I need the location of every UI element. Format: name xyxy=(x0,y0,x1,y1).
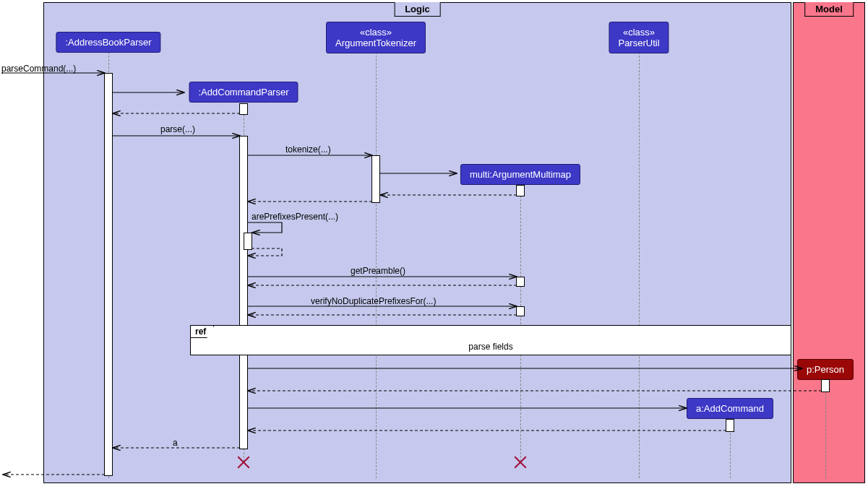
ref-tag: ref xyxy=(191,326,214,338)
participant-argumenttokenizer-stereo: «class» xyxy=(360,27,392,38)
lifeline-parserutil xyxy=(639,52,640,478)
package-model: Model xyxy=(793,2,865,483)
package-logic-label: Logic xyxy=(394,2,441,17)
destroy-argumentmultimap xyxy=(512,454,528,470)
activation-acp-parse xyxy=(239,136,248,449)
participant-person: p:Person xyxy=(797,359,854,380)
lifeline-argumenttokenizer xyxy=(376,52,377,478)
participant-argumenttokenizer-label: ArgumentTokenizer xyxy=(335,38,416,48)
participant-argumentmultimap: multi:ArgumentMultimap xyxy=(460,164,580,185)
participant-parserutil-label: ParserUtil xyxy=(618,38,659,48)
activation-abp xyxy=(104,73,113,476)
destroy-addcommandparser xyxy=(236,454,252,470)
activation-amm-getpreamble xyxy=(516,277,525,287)
ref-parse-fields: ref parse fields xyxy=(190,325,791,355)
activation-addcommand-create xyxy=(726,419,734,432)
activation-acp-create xyxy=(239,103,248,115)
msg-areprefixes: arePrefixesPresent(...) xyxy=(252,212,338,222)
participant-argumenttokenizer: «class» ArgumentTokenizer xyxy=(326,22,426,53)
msg-tokenize: tokenize(...) xyxy=(285,144,331,155)
sequence-diagram: Logic Model :AddressBookParser :AddComma… xyxy=(0,0,868,489)
package-model-label: Model xyxy=(804,2,854,17)
participant-addressbookparser: :AddressBookParser xyxy=(56,32,160,53)
package-logic: Logic xyxy=(43,2,791,483)
participant-addcommandparser-label: :AddCommandParser xyxy=(199,87,289,98)
participant-addcommandparser: :AddCommandParser xyxy=(189,82,298,103)
activation-acp-self xyxy=(244,233,252,250)
lifeline-person xyxy=(825,378,826,478)
lifeline-argumentmultimap xyxy=(520,185,521,462)
participant-addcommand: a:AddCommand xyxy=(687,398,773,419)
participant-parserutil: «class» ParserUtil xyxy=(609,22,669,53)
activation-person-create xyxy=(821,379,830,392)
participant-argumentmultimap-label: multi:ArgumentMultimap xyxy=(470,169,571,180)
msg-getpreamble: getPreamble() xyxy=(351,266,405,276)
activation-amm-verify xyxy=(516,306,525,316)
participant-addcommand-label: a:AddCommand xyxy=(696,403,764,414)
msg-verifynodup: verifyNoDuplicatePrefixesFor(...) xyxy=(311,296,436,306)
ref-title: parse fields xyxy=(191,342,791,352)
msg-parse: parse(...) xyxy=(160,124,195,134)
participant-addressbookparser-label: :AddressBookParser xyxy=(65,37,151,48)
participant-person-label: p:Person xyxy=(807,364,844,375)
activation-at-tokenize xyxy=(371,155,380,203)
msg-return-a: a xyxy=(173,438,178,448)
activation-amm-create xyxy=(516,185,525,196)
participant-parserutil-stereo: «class» xyxy=(623,27,655,38)
msg-parsecommand: parseCommand(...) xyxy=(1,64,76,74)
